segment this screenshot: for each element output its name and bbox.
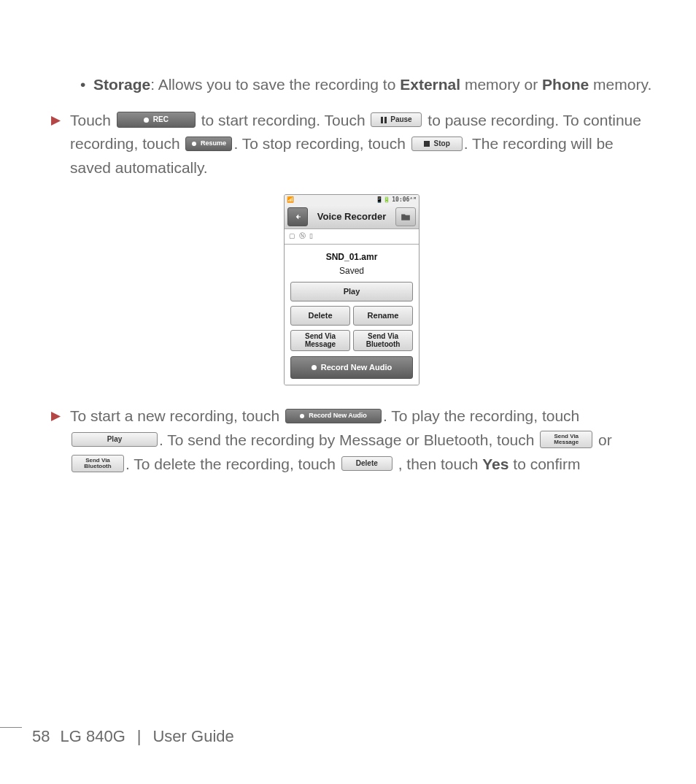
phone-body: SND_01.amr Saved Play Delete Rename Send…	[285, 245, 419, 385]
record-new-audio-button: Record New Audio	[285, 409, 382, 423]
menu-button	[395, 207, 416, 226]
phone-send-message-button: Send ViaMessage	[290, 330, 350, 351]
storage-label: Storage	[93, 76, 150, 93]
footer-label: User Guide	[152, 724, 233, 749]
stop-button: Stop	[411, 137, 463, 151]
page-footer: 58 LG 840G | User Guide	[0, 724, 234, 749]
back-button	[287, 207, 308, 226]
send-via-message-button: Send ViaMessage	[540, 431, 592, 448]
phone-status-bar: 📶 📱🔋 10:06ᴬᴹ	[285, 195, 419, 205]
pointer-icon: ▶	[51, 111, 70, 180]
rec-button: REC	[117, 112, 196, 128]
phone-record-new-button: Record New Audio	[290, 356, 413, 379]
footer-rule	[0, 727, 22, 728]
footer-separator: |	[137, 724, 142, 749]
phone-delete-button: Delete	[290, 306, 350, 326]
phone-send-bluetooth-button: Send ViaBluetooth	[353, 330, 413, 351]
step-recording-text: Touch REC to start recording. Touch Paus…	[70, 109, 652, 180]
phone-label: Phone	[542, 76, 589, 93]
status-right: 📱🔋 10:06ᴬᴹ	[376, 196, 417, 204]
status-time: 10:06ᴬᴹ	[392, 196, 417, 203]
phone-icon-row: ▢ Ⓝ ▯	[285, 229, 419, 245]
phone-frame: 📶 📱🔋 10:06ᴬᴹ Voice Recorder ▢ Ⓝ ▯ SND_01…	[284, 194, 419, 385]
record-dot-icon	[144, 118, 149, 123]
storage-text: Storage: Allows you to save the recordin…	[93, 73, 652, 97]
step-new-recording-text: To start a new recording, touch Record N…	[70, 404, 652, 476]
phone-screenshot: 📶 📱🔋 10:06ᴬᴹ Voice Recorder ▢ Ⓝ ▯ SND_01…	[51, 194, 652, 385]
resume-dot-icon	[192, 142, 196, 146]
resume-button: Resume	[185, 137, 232, 151]
phone-rename-button: Rename	[353, 306, 413, 326]
step-new-recording: ▶ To start a new recording, touch Record…	[51, 404, 652, 476]
phone-title: Voice Recorder	[312, 210, 391, 224]
folder-icon	[401, 212, 411, 221]
pointer-icon: ▶	[51, 407, 70, 476]
pause-icon	[381, 117, 387, 123]
back-arrow-icon	[293, 212, 303, 222]
phone-titlebar: Voice Recorder	[285, 205, 419, 229]
record-dot-icon	[300, 414, 304, 418]
phone-play-button: Play	[290, 282, 413, 301]
yes-label: Yes	[482, 456, 509, 472]
storage-icon: ▯	[309, 231, 313, 242]
step-recording: ▶ Touch REC to start recording. Touch Pa…	[51, 109, 652, 180]
send-via-bluetooth-button: Send ViaBluetooth	[71, 455, 124, 472]
signal-icon: 📶	[287, 196, 294, 204]
play-button: Play	[71, 432, 158, 447]
bullet-icon: •	[80, 73, 93, 97]
external-label: External	[400, 76, 460, 93]
pause-button: Pause	[371, 112, 422, 127]
stop-icon	[424, 141, 430, 147]
n-icon: Ⓝ	[299, 231, 306, 242]
filename-label: SND_01.amr	[289, 250, 414, 264]
quality-icon: ▢	[289, 231, 295, 242]
record-dot-icon	[312, 365, 317, 370]
saved-label: Saved	[289, 264, 414, 278]
delete-button: Delete	[341, 456, 393, 471]
footer-title: LG 840G	[60, 724, 125, 749]
page-number: 58	[32, 724, 50, 749]
bullet-storage: • Storage: Allows you to save the record…	[80, 73, 652, 97]
